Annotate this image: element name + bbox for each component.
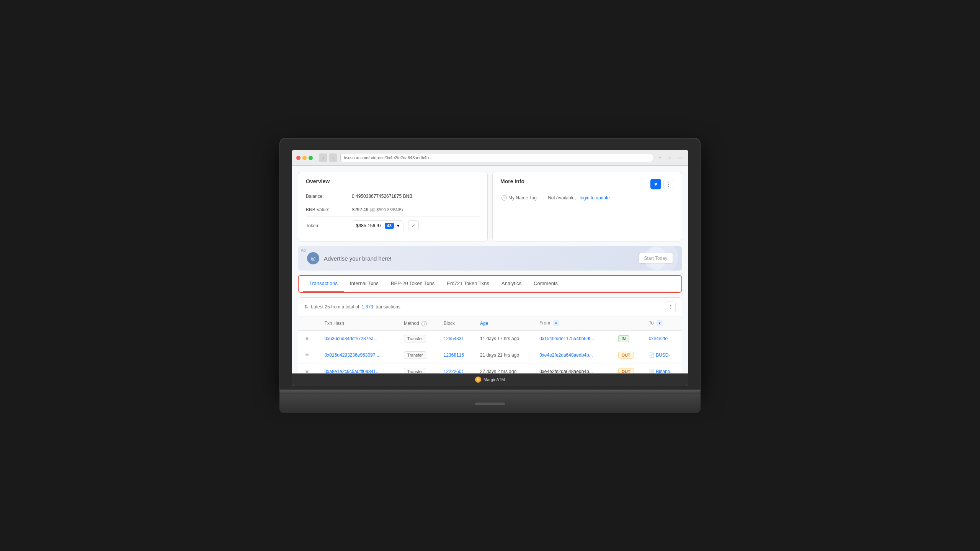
block-link-2[interactable]: 12368116 bbox=[444, 352, 464, 358]
bnb-value-row: BNB Value: $292.49 (@ $590.85/BNB) bbox=[306, 203, 480, 217]
from-link-1[interactable]: 0x15f32dde117554bb69f... bbox=[539, 336, 594, 341]
tab-erc721[interactable]: Erc721 Token Txns bbox=[441, 276, 495, 292]
forward-button[interactable]: › bbox=[329, 153, 337, 162]
tab-transactions[interactable]: Transactions bbox=[303, 276, 344, 292]
close-window-button[interactable] bbox=[296, 156, 301, 160]
token-value: $385,156.97 bbox=[356, 223, 382, 228]
more-info-actions: ♥ ⋮ bbox=[650, 179, 674, 189]
from-link-2[interactable]: 0xe4e2fe2da648aedb4b... bbox=[539, 352, 593, 358]
age-3: 27 days 2 hrs ago bbox=[480, 369, 516, 373]
bnb-value: $292.49 (@ $590.85/BNB) bbox=[352, 207, 403, 212]
method-badge-2: Transfer bbox=[404, 351, 426, 359]
help-icon[interactable]: ? bbox=[501, 195, 507, 201]
overview-title: Overview bbox=[306, 178, 480, 184]
name-tag-row: ? My Name Tag: Not Available, login to u… bbox=[500, 195, 674, 201]
laptop-hinge bbox=[279, 390, 701, 394]
to-link-2[interactable]: 📄 BUSD- bbox=[649, 352, 670, 358]
traffic-lights bbox=[296, 156, 313, 160]
browser-chrome: ‹ › bscscan.com/address/0x4e2fe2da648aed… bbox=[292, 150, 688, 166]
maximize-window-button[interactable] bbox=[309, 156, 313, 160]
direction-badge-2: OUT bbox=[618, 352, 634, 359]
to-link-3[interactable]: 📄 Binano bbox=[649, 369, 670, 373]
txn-hash-link-2[interactable]: 0x015d4293236e953097... bbox=[325, 352, 379, 358]
direction-badge-3: OUT bbox=[618, 368, 634, 373]
txn-hash-link-1[interactable]: 0x630c6d34dcfe7237ea... bbox=[325, 336, 377, 341]
balance-value: 0.495038677452671875 BNB bbox=[352, 194, 412, 199]
age-1: 11 days 17 hrs ago bbox=[480, 336, 519, 341]
th-age: Age bbox=[475, 316, 535, 331]
to-filter-icon[interactable]: ▼ bbox=[657, 320, 663, 326]
more-options-button[interactable]: ⋮ bbox=[663, 179, 674, 189]
ad-content: ◎ Advertise your brand here! bbox=[307, 252, 392, 264]
ad-banner: Ad ◎ Advertise your brand here! Start To… bbox=[298, 246, 682, 271]
txn-hash-link-3[interactable]: 0xa8e1e2c9c5a0fff09841... bbox=[325, 369, 380, 373]
tabs-container: Transactions Internal Txns BEP-20 Token … bbox=[298, 275, 682, 293]
th-txn-hash: Txn Hash bbox=[320, 316, 399, 331]
address-bar[interactable]: bscscan.com/address/0x4e2fe2da648aedb4b.… bbox=[340, 153, 653, 162]
age-2: 21 days 21 hrs ago bbox=[480, 352, 519, 358]
table-summary: ⇅ Latest 25 from a total of 1,373 transa… bbox=[304, 304, 400, 310]
bnb-value-label: BNB Value: bbox=[306, 207, 352, 212]
laptop-notch bbox=[475, 403, 505, 405]
method-badge-3: Transfer bbox=[404, 368, 426, 373]
transactions-table-section: ⇅ Latest 25 from a total of 1,373 transa… bbox=[298, 297, 682, 373]
table-header-row: ⇅ Latest 25 from a total of 1,373 transa… bbox=[298, 298, 682, 316]
th-from: From ▼ bbox=[535, 316, 613, 331]
taskbar-app-name: MarginATM bbox=[483, 377, 505, 382]
token-row: Token: $385,156.97 43 ▾ ⤢ bbox=[306, 217, 480, 235]
from-link-3: 0xe4e2fe2da648aedb4b... bbox=[539, 369, 593, 373]
tab-bep20[interactable]: BEP-20 Token Txns bbox=[385, 276, 441, 292]
balance-row: Balance: 0.495038677452671875 BNB bbox=[306, 190, 480, 203]
filter-icon: ⇅ bbox=[304, 304, 308, 310]
total-count-link[interactable]: 1,373 bbox=[362, 304, 373, 310]
block-link-3[interactable]: 12222601 bbox=[444, 369, 464, 373]
ad-decoration2 bbox=[648, 246, 678, 271]
laptop-base bbox=[279, 390, 701, 413]
more-info-title: More Info bbox=[500, 178, 524, 184]
login-to-update-link[interactable]: login to update bbox=[580, 195, 610, 201]
expand-button[interactable]: ⤢ bbox=[408, 220, 419, 231]
page-content: Overview Balance: 0.495038677452671875 B… bbox=[292, 166, 688, 373]
overview-card: Overview Balance: 0.495038677452671875 B… bbox=[298, 172, 488, 241]
th-to: To ▼ bbox=[644, 316, 682, 331]
table-row: 👁 0x630c6d34dcfe7237ea... Transfer 12654… bbox=[298, 331, 682, 347]
back-button[interactable]: ‹ bbox=[319, 153, 327, 162]
token-selector: $385,156.97 43 ▾ ⤢ bbox=[352, 220, 419, 231]
favorite-button[interactable]: ♥ bbox=[650, 179, 661, 189]
bookmark-icon[interactable]: + bbox=[666, 154, 674, 161]
tabs-nav: Transactions Internal Txns BEP-20 Token … bbox=[299, 276, 681, 292]
dropdown-arrow-icon: ▾ bbox=[397, 223, 399, 228]
row-eye-button-2[interactable]: 👁 bbox=[303, 351, 311, 359]
token-dropdown[interactable]: $385,156.97 43 ▾ bbox=[352, 220, 403, 231]
minimize-window-button[interactable] bbox=[302, 156, 307, 160]
ad-text: Advertise your brand here! bbox=[324, 255, 392, 262]
balance-label: Balance: bbox=[306, 194, 352, 199]
browser-actions: ↑ + ⋯ bbox=[656, 154, 684, 161]
block-link-1[interactable]: 12654331 bbox=[444, 336, 464, 341]
th-method: Method i bbox=[399, 316, 439, 331]
method-help-icon[interactable]: i bbox=[421, 321, 427, 326]
row-eye-button-3[interactable]: 👁 bbox=[303, 367, 311, 373]
app-icon: M bbox=[475, 377, 481, 383]
th-eye bbox=[298, 316, 320, 331]
menu-icon[interactable]: ⋯ bbox=[676, 154, 684, 161]
th-block: Block bbox=[439, 316, 475, 331]
tab-comments[interactable]: Comments bbox=[528, 276, 564, 292]
from-filter-icon[interactable]: ▼ bbox=[553, 320, 559, 326]
share-icon[interactable]: ↑ bbox=[656, 154, 664, 161]
table-row: 👁 0x015d4293236e953097... Transfer 12368… bbox=[298, 347, 682, 364]
table-row: 👁 0xa8e1e2c9c5a0fff09841... Transfer 122… bbox=[298, 364, 682, 374]
tab-internal-txns[interactable]: Internal Txns bbox=[344, 276, 385, 292]
ad-logo-icon: ◎ bbox=[307, 252, 319, 264]
ad-label: Ad bbox=[301, 248, 305, 253]
laptop-bottom bbox=[279, 394, 701, 413]
direction-badge-1: IN bbox=[618, 335, 629, 342]
more-info-header: More Info ♥ ⋮ bbox=[500, 178, 674, 190]
table-options-button[interactable]: ⋮ bbox=[665, 302, 676, 312]
taskbar: M MarginATM bbox=[292, 373, 688, 386]
tab-analytics[interactable]: Analytics bbox=[495, 276, 528, 292]
to-link-1[interactable]: 0xe4e2fe bbox=[649, 336, 668, 341]
row-eye-button-1[interactable]: 👁 bbox=[303, 334, 311, 343]
th-spacer bbox=[614, 316, 644, 331]
more-info-card: More Info ♥ ⋮ ? My Name Tag: Not Ava bbox=[492, 172, 682, 241]
